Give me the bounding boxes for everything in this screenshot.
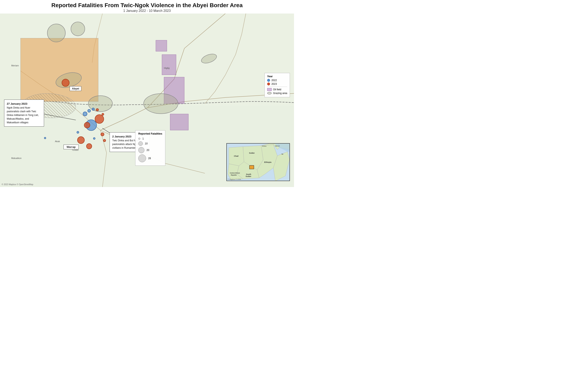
legend-2022-dot [267,79,270,82]
fatality-val-20: 20 [147,149,149,152]
legend-2023-label: 2023 [272,83,277,85]
incident-2022-sm2 [92,108,95,111]
fatality-row-1: 1 [138,137,162,140]
ann1-text: Ngok Dinka and Nuer pastoralists clash w… [7,106,41,124]
svg-text:Central African: Central African [230,172,240,174]
ann1-date: 27 January 2023 [7,102,41,106]
fatality-circle-10 [138,141,143,146]
oil-field-2 [162,54,176,75]
oil-field-4 [170,114,189,130]
legend-2023-item: 2023 [267,83,287,85]
inset-map-svg: Chad Sudan South Sudan Central African R… [227,144,290,181]
fatality-val-1: 1 [142,137,144,140]
grazing-area-6 [200,52,218,65]
incident-2023-large1 [95,114,104,124]
incident-2023-med1 [84,122,90,128]
year-legend-title: Year [267,75,287,78]
legend-2023-dot [267,83,270,85]
abyei-box-label: Abyei [70,86,81,91]
legend-divider [267,87,287,87]
legend-grazing-ellipse [267,92,272,94]
oil-field-1 [156,40,167,52]
legend-2022-label: 2022 [272,79,277,82]
svg-text:Djibouti: Djibouti [275,145,280,147]
map-container: Meriam Higlig Akak Turalei Malualkon Aby… [0,13,294,187]
svg-rect-5 [250,166,254,169]
fatality-circle-1 [138,138,140,140]
fatalities-legend-title: Reported Fatalities [138,132,162,135]
fatality-val-28: 28 [148,157,151,160]
main-title: Reported Fatalities From Twic-Ngok Viole… [0,2,294,9]
legend-2022-item: 2022 [267,79,287,82]
svg-text:Ye: Ye [282,153,284,155]
incident-2023-med2 [77,136,85,144]
grazing-area-1 [47,24,65,42]
incident-2023-sm1 [101,133,104,136]
incident-2023-sm3 [96,108,99,111]
legend-grazing-label: Grazing area [273,92,287,95]
incident-2023-sm4 [102,113,104,115]
warrap-box-label: Warrap [63,145,79,149]
svg-text:Sudan: Sudan [246,175,251,177]
incident-2022-med1 [83,112,87,116]
fatality-row-20: 20 [138,147,162,153]
title-area: Reported Fatalities From Twic-Ngok Viole… [0,0,294,13]
meriam-label: Meriam [11,64,19,67]
copyright: © 2023 Mapbox © OpenStreetMap [2,183,33,186]
fatality-circle-28 [138,155,146,162]
incident-2022-sm4 [93,137,95,140]
svg-text:South: South [246,173,251,175]
incident-2022-sm1 [87,109,91,113]
incident-2023-med3 [86,143,92,149]
grazing-area-5 [143,94,178,114]
malualkon-label: Malualkon [11,157,21,159]
higlig-label: Higlig [164,67,170,69]
svg-text:Eritrea: Eritrea [262,145,266,147]
legend-oil-box [267,88,272,91]
akak-label: Akak [55,140,60,143]
legend-oil-field-row: Oil field [267,88,287,91]
legend-grazing-row: Grazing area [267,92,287,95]
incident-2022-sm3 [77,131,79,134]
abyei-region [21,38,98,102]
year-legend: Year 2022 2023 Oil field Grazing area [264,73,290,97]
svg-text:Republic: Republic [231,174,237,176]
fatalities-legend: Reported Fatalities 1 10 20 28 [135,130,165,166]
incident-2022-sm5 [44,137,46,139]
fatality-val-10: 10 [145,142,147,145]
sub-title: 1 January 2022 - 10 March 2023 [0,9,294,13]
grazing-area-2 [71,22,85,36]
fatality-row-10: 10 [138,141,162,146]
fatality-row-28: 28 [138,155,162,162]
fatality-circle-20 [138,147,145,153]
svg-text:Sudan: Sudan [249,152,255,154]
annotation-box-1: 27 January 2023 Ngok Dinka and Nuer past… [4,100,44,126]
inset-map: Chad Sudan South Sudan Central African R… [226,143,290,181]
svg-text:Chad: Chad [234,155,239,157]
svg-text:Ethiopia: Ethiopia [264,161,272,163]
legend-oil-label: Oil field [273,88,281,91]
incident-2023-large2 [62,79,69,87]
incident-2023-sm2 [103,139,106,142]
